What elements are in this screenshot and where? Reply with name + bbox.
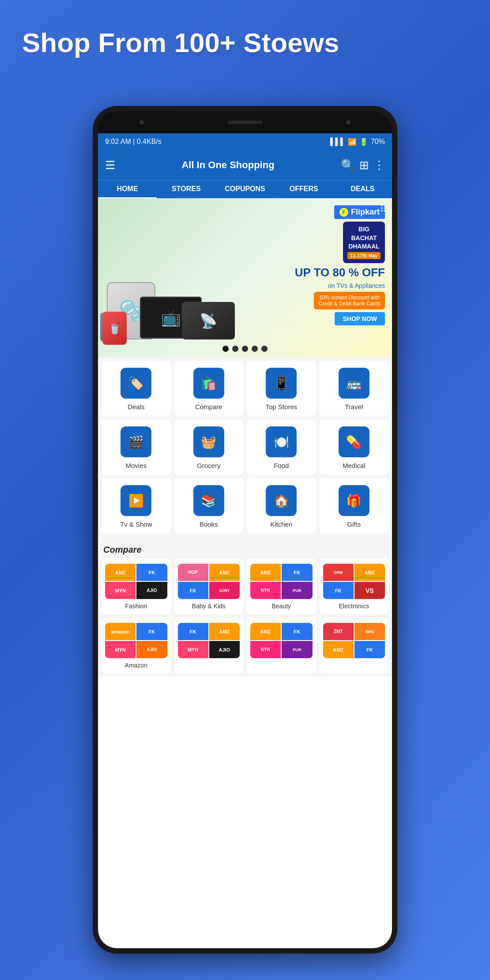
category-movies[interactable]: 🎬 Movies <box>102 419 171 475</box>
item4-logos: ZMT SWG AMZ FK <box>323 623 385 658</box>
amazon-logo-4: AMZ <box>354 564 385 581</box>
tab-coupons[interactable]: COPUPONS <box>215 181 274 198</box>
category-medical[interactable]: 💊 Medical <box>320 419 389 475</box>
flipkart-logo-4: FK <box>323 582 354 599</box>
tv-show-label: Tv & Show <box>120 520 152 528</box>
microwave-image: 📡 <box>182 302 235 339</box>
categories-section: 🏷️ Deals 🛍️ Compare 📱 Top Stores 🚌 Trave… <box>98 357 392 540</box>
grocery-icon: 🧺 <box>193 426 224 457</box>
compare-beauty[interactable]: AMZ FK NYK PUR Beauty <box>247 558 316 614</box>
compare-label: Compare <box>195 403 222 411</box>
beauty-logos: AMZ FK NYK PUR <box>250 564 313 599</box>
fashion-label: Fashion <box>125 603 147 610</box>
category-row-3: ▶️ Tv & Show 📚 Books 🏠 Kitchen 🎁 Gifts <box>102 478 388 533</box>
flipkart-logo: F Flipkart <box>334 205 385 219</box>
category-deals[interactable]: 🏷️ Deals <box>102 361 171 416</box>
banner-grid-icon: ⠿ <box>380 204 387 215</box>
compare-icon: 🛍️ <box>193 368 224 399</box>
discount-subtext: on TVs & Appliances <box>328 282 385 289</box>
flipkart-logo-cell: FK <box>136 564 167 581</box>
bottom-row: amazon FK MYN AJIO Amazon FK AMZ MYN AJI… <box>98 618 392 677</box>
page-bg-title: Shop From 100+ Stoews <box>22 26 339 59</box>
medical-label: Medical <box>343 462 366 469</box>
amazon-box: amazon FK MYN AJIO <box>105 623 167 658</box>
discount-text: UP TO 80 % OFF <box>295 266 385 279</box>
category-grocery[interactable]: 🧺 Grocery <box>174 419 244 475</box>
flipkart-logo-2: FK <box>178 582 208 599</box>
promo-banner: 🫧 🔊 🥤 📺 📡 F Flipkart BIGBACHATDHAMAAL <box>98 198 392 357</box>
phone-notch <box>98 111 392 133</box>
banner-content: F Flipkart BIGBACHATDHAMAAL 11-17th May … <box>295 205 385 325</box>
category-kitchen[interactable]: 🏠 Kitchen <box>247 478 316 533</box>
banner-indicators <box>222 346 268 352</box>
compare-baby-kids[interactable]: HOP AMZ FK 1CRY Baby & Kids <box>174 558 244 614</box>
tv-show-icon: ▶️ <box>121 485 151 516</box>
search-icon[interactable]: 🔍 <box>341 158 355 172</box>
item3-logos: AMZ FK NYK PUR <box>250 623 313 658</box>
books-icon: 📚 <box>193 485 224 516</box>
category-tv-show[interactable]: ▶️ Tv & Show <box>102 478 171 533</box>
ajio-cell: AJIO <box>136 641 167 658</box>
bottom-grid: amazon FK MYN AJIO Amazon FK AMZ MYN AJI… <box>102 618 388 673</box>
blender-image: 🥤 <box>102 312 127 345</box>
dot-4 <box>252 346 258 352</box>
food-label: Food <box>274 462 289 469</box>
battery-icon: 🔋 <box>359 138 368 146</box>
amazon-logo-2: AMZ <box>209 564 240 581</box>
category-food[interactable]: 🍽️ Food <box>247 419 316 475</box>
tab-offers[interactable]: OFFERS <box>275 181 333 198</box>
compare-electronics[interactable]: CRM AMZ FK VS Electronics <box>320 558 389 614</box>
item2-logos: FK AMZ MYN AJIO <box>178 623 240 658</box>
menu-icon[interactable]: ☰ <box>105 158 115 172</box>
fashion-logos: AMZ FK MYN AJIO <box>105 564 167 599</box>
compare-grid: AMZ FK MYN AJIO Fashion HOP AMZ FK 1CRY <box>102 558 388 614</box>
amazon-label: Amazon <box>125 662 147 669</box>
nykaa-logo: NYK <box>250 582 281 599</box>
electronics-label: Electronics <box>339 603 369 610</box>
travel-label: Travel <box>345 403 363 411</box>
compare-fashion[interactable]: AMZ FK MYN AJIO Fashion <box>102 558 171 614</box>
shop-now-button[interactable]: SHOP NOW <box>335 312 385 325</box>
phone-screen: 9:02 AM | 0.4KB/s ▌▌▌ 📶 🔋 70% ☰ All In O… <box>98 133 392 948</box>
tab-home[interactable]: HOME <box>98 181 157 198</box>
tab-deals[interactable]: DEALS <box>333 181 392 198</box>
bottom-amazon[interactable]: amazon FK MYN AJIO Amazon <box>102 618 171 673</box>
category-compare[interactable]: 🛍️ Compare <box>174 361 244 416</box>
category-books[interactable]: 📚 Books <box>174 478 244 533</box>
croma-logo: CRM <box>323 564 354 581</box>
category-travel[interactable]: 🚌 Travel <box>320 361 389 416</box>
electronics-logos: CRM AMZ FK VS <box>323 564 385 599</box>
myn2-cell: MYN <box>178 641 208 658</box>
myntra-logo: MYN <box>105 582 136 599</box>
amazon-cell: amazon <box>105 623 136 640</box>
category-top-stores[interactable]: 📱 Top Stores <box>247 361 316 416</box>
deals-icon: 🏷️ <box>121 368 151 399</box>
bottom-item-3[interactable]: AMZ FK NYK PUR <box>247 618 316 673</box>
tab-stores[interactable]: STORES <box>157 181 215 198</box>
pur2-cell: PUR <box>282 641 312 658</box>
category-row-2: 🎬 Movies 🧺 Grocery 🍽️ Food 💊 Medical <box>102 419 388 475</box>
movies-label: Movies <box>125 462 147 469</box>
deals-label: Deals <box>128 403 144 411</box>
bottom-item-2[interactable]: FK AMZ MYN AJIO <box>174 618 244 673</box>
bottom-item-4[interactable]: ZMT SWG AMZ FK <box>320 618 389 673</box>
category-gifts[interactable]: 🎁 Gifts <box>320 478 389 533</box>
app-header: ☰ All In One Shopping 🔍 ⊞ ⋮ <box>98 150 392 180</box>
food-icon: 🍽️ <box>266 426 297 457</box>
category-row-1: 🏷️ Deals 🛍️ Compare 📱 Top Stores 🚌 Trave… <box>102 361 388 416</box>
grid-view-icon[interactable]: ⊞ <box>359 158 369 172</box>
gifts-icon: 🎁 <box>339 485 369 516</box>
big-bachat-badge: BIGBACHATDHAMAAL 11-17th May <box>343 222 385 263</box>
zomato-cell: ZMT <box>323 623 354 640</box>
more-options-icon[interactable]: ⋮ <box>373 158 385 172</box>
instant-discount-badge: 10% Instant Discount withCredit & Debit … <box>314 292 385 309</box>
ajio2-cell: AJIO <box>209 641 240 658</box>
movies-icon: 🎬 <box>121 426 151 457</box>
gifts-label: Gifts <box>347 520 361 528</box>
amazon-logo: AMZ <box>105 564 136 581</box>
dot-1 <box>222 346 229 352</box>
books-label: Books <box>200 520 218 528</box>
ajio-logo: AJIO <box>136 582 167 599</box>
baby-kids-label: Baby & Kids <box>192 603 226 610</box>
kitchen-icon: 🏠 <box>266 485 297 516</box>
